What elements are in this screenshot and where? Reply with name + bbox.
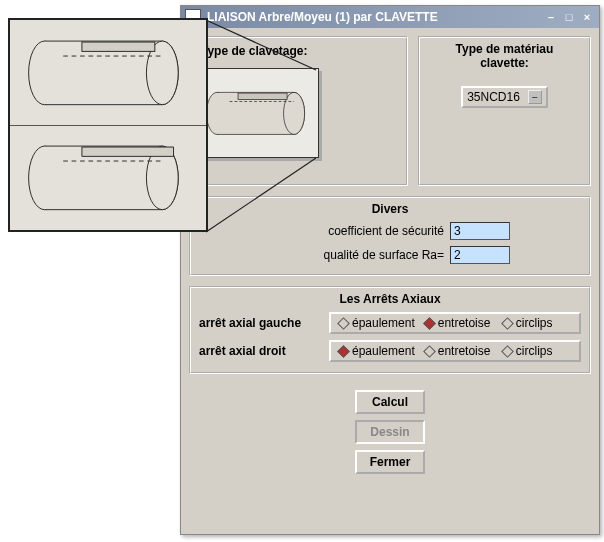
materiau-title: Type de matériau clavette: — [428, 42, 581, 70]
divers-title: Divers — [199, 202, 581, 216]
clavetage-image[interactable] — [199, 68, 319, 158]
droit-entretoise[interactable]: entretoise — [421, 344, 497, 358]
minimize-button[interactable]: – — [543, 10, 559, 24]
close-button[interactable]: × — [579, 10, 595, 24]
group-arrets: Les Arrêts Axiaux arrêt axial gauche épa… — [189, 286, 591, 374]
ra-input[interactable] — [450, 246, 510, 264]
titlebar: LIAISON Arbre/Moyeu (1) par CLAVETTE – □… — [181, 6, 599, 28]
window-body: Type de clavetage: Type de matériau clav… — [181, 28, 599, 482]
zoom-panel — [8, 18, 208, 232]
coef-input[interactable] — [450, 222, 510, 240]
group-clavetage: Type de clavetage: — [189, 36, 408, 186]
calcul-button[interactable]: Calcul — [355, 390, 425, 414]
arret-droit-options: épaulement entretoise circlips — [329, 340, 581, 362]
maximize-button[interactable]: □ — [561, 10, 577, 24]
fermer-button[interactable]: Fermer — [355, 450, 425, 474]
zoom-image-closed-key[interactable] — [10, 20, 206, 126]
shaft-closed-key-icon — [15, 28, 201, 117]
ra-label: qualité de surface Ra= — [270, 248, 450, 262]
clavetage-title: Type de clavetage: — [199, 44, 310, 58]
dessin-button: Dessin — [355, 420, 425, 444]
materiau-dropdown[interactable]: 35NCD16 – — [461, 86, 548, 108]
gauche-epaulement[interactable]: épaulement — [335, 316, 419, 330]
diamond-icon — [501, 345, 514, 358]
diamond-icon — [423, 345, 436, 358]
gauche-circlips[interactable]: circlips — [499, 316, 575, 330]
arret-gauche-options: épaulement entretoise circlips — [329, 312, 581, 334]
droit-epaulement[interactable]: épaulement — [335, 344, 419, 358]
diamond-icon — [501, 317, 514, 330]
window-title: LIAISON Arbre/Moyeu (1) par CLAVETTE — [207, 10, 438, 24]
dropdown-button-icon: – — [528, 90, 542, 104]
arret-droit-label: arrêt axial droit — [199, 344, 329, 358]
arret-gauche-label: arrêt axial gauche — [199, 316, 329, 330]
shaft-open-key-icon — [15, 133, 201, 222]
svg-rect-2 — [238, 93, 287, 99]
app-window: LIAISON Arbre/Moyeu (1) par CLAVETTE – □… — [180, 5, 600, 535]
gauche-entretoise[interactable]: entretoise — [421, 316, 497, 330]
group-divers: Divers coefficient de sécurité qualité d… — [189, 196, 591, 276]
zoom-image-open-key[interactable] — [10, 126, 206, 231]
diamond-icon — [423, 317, 436, 330]
shaft-key-icon — [203, 76, 315, 151]
button-column: Calcul Dessin Fermer — [189, 390, 591, 474]
materiau-value: 35NCD16 — [467, 90, 520, 104]
diamond-icon — [337, 317, 350, 330]
svg-rect-8 — [82, 42, 155, 51]
droit-circlips[interactable]: circlips — [499, 344, 575, 358]
arrets-title: Les Arrêts Axiaux — [199, 292, 581, 306]
diamond-icon — [337, 345, 350, 358]
group-materiau: Type de matériau clavette: 35NCD16 – — [418, 36, 591, 186]
coef-label: coefficient de sécurité — [270, 224, 450, 238]
